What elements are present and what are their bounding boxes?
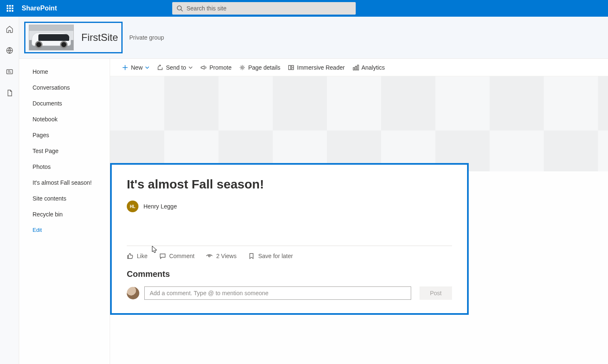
site-privacy: Private group [129,34,164,41]
page-details-button[interactable]: Page details [239,64,280,71]
save-label: Save for later [258,253,293,259]
page-hero [110,76,608,171]
files-icon[interactable] [5,89,14,98]
chart-icon [352,64,359,71]
views-indicator: 2 Views [206,253,236,259]
comment-compose: Post [127,286,452,300]
analytics-label: Analytics [362,64,385,71]
like-label: Like [137,253,148,259]
bookmark-icon [248,253,255,259]
svg-point-12 [209,255,210,257]
sidebar-item-documents[interactable]: Documents [19,95,110,111]
comment-input[interactable] [144,286,411,300]
like-button[interactable]: Like [127,253,148,259]
immersive-label: Immersive Reader [297,64,344,71]
product-name[interactable]: SharePoint [22,5,57,12]
news-icon[interactable] [5,68,14,77]
sidebar-item-photos[interactable]: Photos [19,159,110,175]
gear-icon [239,64,246,71]
app-rail [0,17,19,364]
like-icon [127,253,133,259]
send-to-button[interactable]: Send to [157,64,193,71]
search-input[interactable] [186,5,352,12]
current-user-avatar [127,287,139,299]
divider [127,246,452,246]
site-logo [29,25,74,50]
article-card: It's almost Fall season! HL Henry Legge … [110,163,469,315]
megaphone-icon [200,64,207,71]
app-launcher-icon[interactable] [3,2,17,15]
side-nav: Home Conversations Documents Notebook Pa… [19,59,110,364]
book-audio-icon [288,64,294,71]
eye-icon [206,253,213,259]
promote-button[interactable]: Promote [200,64,231,71]
author-name[interactable]: Henry Legge [143,203,177,210]
svg-point-8 [241,67,243,68]
svg-rect-3 [7,70,13,74]
sidebar-edit-link[interactable]: Edit [19,222,110,238]
article-title: It's almost Fall season! [127,177,452,191]
sidebar-item-home[interactable]: Home [19,64,110,80]
article-actions: Like Comment 2 Views Save for later [127,253,452,259]
suite-bar: SharePoint [0,0,608,17]
site-title[interactable]: FirstSite [81,32,118,43]
page-details-label: Page details [248,64,280,71]
immersive-reader-button[interactable]: Immersive Reader [288,64,344,71]
save-button[interactable]: Save for later [248,253,293,259]
chevron-down-icon [188,65,193,70]
comment-label: Comment [169,253,195,259]
search-icon [176,5,183,12]
globe-icon[interactable] [5,46,14,56]
comments-heading: Comments [127,269,452,279]
analytics-button[interactable]: Analytics [352,64,385,71]
views-label: 2 Views [216,253,236,259]
chevron-down-icon [145,65,149,70]
new-button[interactable]: New [122,64,149,71]
new-label: New [131,64,143,71]
sidebar-item-fall[interactable]: It's almost Fall season! [19,175,110,191]
sidebar-item-recycle[interactable]: Recycle bin [19,206,110,222]
svg-point-0 [177,6,181,10]
command-bar: New Send to Promote Page details [110,59,608,76]
svg-rect-10 [355,66,357,70]
plus-icon [122,64,128,71]
sidebar-item-notebook[interactable]: Notebook [19,111,110,127]
svg-rect-11 [357,65,359,70]
share-icon [157,64,163,71]
author-row: HL Henry Legge [127,201,452,212]
sidebar-item-contents[interactable]: Site contents [19,191,110,206]
svg-rect-9 [353,68,354,70]
comment-button[interactable]: Comment [159,253,195,259]
author-avatar[interactable]: HL [127,201,138,212]
sidebar-item-pages[interactable]: Pages [19,127,110,143]
promote-label: Promote [209,64,231,71]
post-button[interactable]: Post [420,286,452,300]
sidebar-item-testpage[interactable]: Test Page [19,143,110,159]
search-box[interactable] [172,2,356,15]
site-header: FirstSite Private group [19,17,608,59]
sidebar-item-conversations[interactable]: Conversations [19,80,110,95]
home-icon[interactable] [5,25,14,35]
send-to-label: Send to [166,64,186,71]
site-logo-frame[interactable]: FirstSite [24,22,123,53]
svg-line-1 [181,10,183,11]
comment-icon [159,253,166,259]
